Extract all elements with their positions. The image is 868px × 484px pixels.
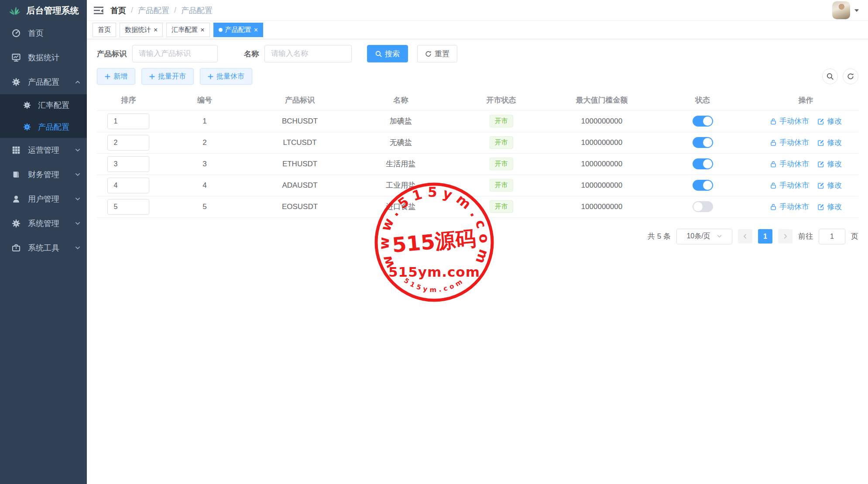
manual-close-market-link[interactable]: 手动休市 (770, 180, 809, 190)
sidebar-item-finance[interactable]: 财务管理 (0, 162, 87, 187)
cell-market-status: 开市 (451, 110, 551, 132)
manual-close-market-link[interactable]: 手动休市 (770, 159, 809, 169)
cell-sort (97, 196, 160, 217)
edit-link[interactable]: 修改 (817, 180, 842, 190)
sort-input[interactable] (107, 156, 149, 172)
products-table: 排序 编号 产品标识 名称 开市状态 最大值门槛金额 状态 操作 1 BCHU (97, 90, 858, 218)
edit-icon (817, 161, 824, 168)
tab-label: 产品配置 (225, 26, 251, 34)
sidebar-item-home[interactable]: 首页 (0, 21, 87, 45)
close-icon[interactable]: × (200, 27, 204, 34)
cell-status (652, 110, 753, 132)
sidebar-item-system[interactable]: 系统管理 (0, 211, 87, 236)
sort-input[interactable] (107, 178, 149, 193)
edit-label: 修改 (827, 180, 842, 190)
cell-name: 无碘盐 (350, 132, 451, 153)
navbar: 首页 / 产品配置 / 产品配置 (87, 0, 868, 21)
next-page-button[interactable] (778, 229, 793, 244)
breadcrumb-home[interactable]: 首页 (110, 5, 126, 16)
avatar[interactable] (832, 1, 850, 19)
col-header-max-amount: 最大值门槛金额 (552, 90, 652, 110)
sidebar-item-statistics[interactable]: 数据统计 (0, 45, 87, 70)
market-status-tag: 开市 (490, 179, 513, 192)
cell-name: 生活用盐 (350, 153, 451, 175)
cell-code: ADAUSDT (249, 175, 350, 196)
batch-close-market-button[interactable]: 批量休市 (200, 68, 252, 85)
manual-close-label: 手动休市 (779, 180, 809, 190)
edit-label: 修改 (827, 137, 842, 148)
page-content: 产品标识 名称 搜索 重置 新增 (87, 39, 868, 484)
pagination: 共 5 条 10条/页 1 前往 页 (97, 229, 858, 244)
name-input[interactable] (264, 45, 352, 62)
chevron-down-icon (717, 233, 722, 239)
cell-sort (97, 132, 160, 153)
goto-page-input[interactable] (819, 229, 845, 244)
status-toggle[interactable] (693, 137, 713, 148)
caret-down-icon[interactable] (854, 8, 859, 13)
filter-label-name: 名称 (244, 49, 259, 59)
reset-button[interactable]: 重置 (417, 45, 457, 62)
breadcrumb-separator: / (174, 6, 176, 15)
cell-code: LTCUSDT (249, 132, 350, 153)
status-toggle[interactable] (693, 180, 713, 191)
prev-page-button[interactable] (738, 229, 752, 244)
sidebar-subitem-product-config[interactable]: 产品配置 (0, 116, 87, 138)
sidebar-item-product-config[interactable]: 产品配置 (0, 70, 87, 94)
batch-open-label: 批量开市 (158, 72, 186, 81)
table-row: 4 ADAUSDT 工业用盐 开市 1000000000 手动休市 修改 (97, 175, 858, 196)
table-search-button[interactable] (822, 69, 838, 84)
batch-open-market-button[interactable]: 批量开市 (141, 68, 194, 85)
grid-icon (11, 145, 21, 155)
search-icon (827, 73, 834, 80)
tab-rate-config[interactable]: 汇率配置 × (166, 23, 209, 37)
sidebar-item-tools[interactable]: 系统工具 (0, 236, 87, 260)
toolbox-icon (11, 243, 21, 253)
sidebar-item-label: 运营管理 (28, 145, 75, 155)
page-size-select[interactable]: 10条/页 (676, 229, 732, 244)
page-number-button[interactable]: 1 (758, 229, 772, 244)
edit-icon (817, 118, 824, 125)
dashboard-icon (11, 28, 21, 38)
sidebar-item-operations[interactable]: 运营管理 (0, 138, 87, 162)
status-toggle[interactable] (693, 116, 713, 127)
manual-close-market-link[interactable]: 手动休市 (770, 202, 809, 212)
edit-link[interactable]: 修改 (817, 116, 842, 126)
product-code-input[interactable] (132, 45, 218, 62)
sort-input[interactable] (107, 199, 149, 215)
search-button[interactable]: 搜索 (367, 45, 408, 62)
cell-max-amount: 1000000000 (552, 153, 652, 175)
manual-close-label: 手动休市 (779, 202, 809, 212)
sort-input[interactable] (107, 135, 149, 151)
sidebar-item-users[interactable]: 用户管理 (0, 187, 87, 211)
sort-input[interactable] (107, 113, 149, 129)
sidebar-subitem-rate-config[interactable]: 汇率配置 (0, 94, 87, 116)
edit-link[interactable]: 修改 (817, 159, 842, 169)
chevron-down-icon (75, 245, 81, 251)
tab-home[interactable]: 首页 (93, 23, 116, 37)
sidebar-collapse-button[interactable] (87, 0, 110, 21)
cell-status (652, 153, 753, 175)
tab-product-config[interactable]: 产品配置 × (213, 23, 263, 37)
status-toggle[interactable] (693, 158, 713, 169)
sidebar-subitem-label: 产品配置 (38, 122, 69, 132)
edit-label: 修改 (827, 202, 842, 212)
close-icon[interactable]: × (254, 27, 258, 34)
manual-close-market-link[interactable]: 手动休市 (770, 137, 809, 148)
manual-close-label: 手动休市 (779, 159, 809, 169)
add-button[interactable]: 新增 (97, 68, 135, 85)
manual-close-market-link[interactable]: 手动休市 (770, 116, 809, 126)
close-icon[interactable]: × (154, 27, 158, 34)
app-root: 后台管理系统 首页 数据统计 产品配置 汇率配置 产品配置 (0, 0, 868, 484)
cell-max-amount: 1000000000 (552, 132, 652, 153)
edit-link[interactable]: 修改 (817, 202, 842, 212)
plus-icon (105, 74, 110, 79)
cell-status (652, 196, 753, 217)
gear-icon (11, 77, 21, 87)
tab-statistics[interactable]: 数据统计 × (120, 23, 163, 37)
table-refresh-button[interactable] (843, 69, 858, 84)
status-toggle[interactable] (693, 201, 713, 212)
cell-market-status: 开市 (451, 132, 551, 153)
chevron-down-icon (75, 196, 81, 202)
search-button-label: 搜索 (385, 49, 400, 59)
edit-link[interactable]: 修改 (817, 137, 842, 148)
